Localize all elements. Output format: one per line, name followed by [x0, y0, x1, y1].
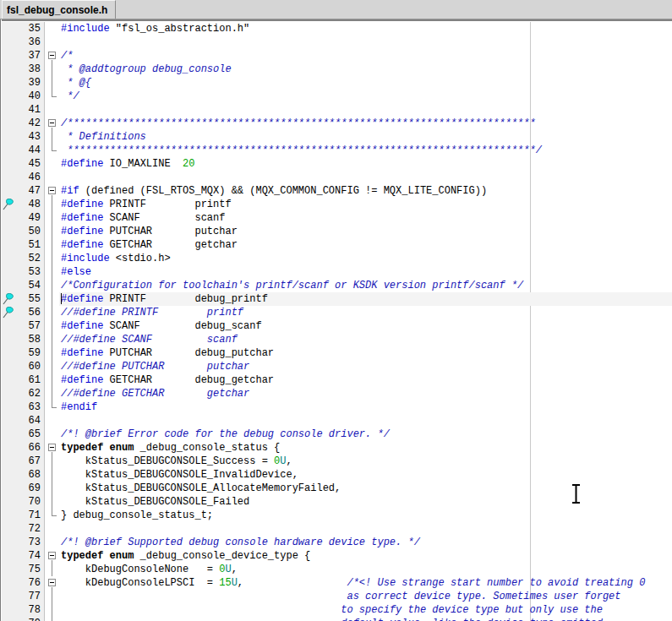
code-line[interactable]: 51#define GETCHAR getchar [2, 238, 672, 252]
code-text[interactable]: ****************************************… [59, 144, 672, 157]
fold-margin[interactable] [45, 549, 59, 563]
fold-margin[interactable] [45, 306, 59, 319]
fold-margin[interactable] [45, 346, 59, 360]
code-line[interactable]: 64 [2, 414, 672, 428]
code-text[interactable]: #define PUTCHAR putchar [59, 225, 672, 238]
breakpoint-margin[interactable] [2, 157, 15, 171]
breakpoint-margin[interactable] [2, 590, 15, 603]
fold-margin[interactable] [45, 617, 59, 621]
fold-margin[interactable] [45, 76, 59, 90]
breakpoint-margin[interactable] [2, 495, 15, 509]
breakpoint-margin[interactable] [2, 279, 15, 292]
code-line[interactable]: 66typedef enum _debug_console_status { [2, 441, 672, 455]
code-line[interactable]: 40 */ [2, 90, 672, 103]
code-text[interactable]: #include "fsl_os_abstraction.h" [59, 22, 672, 35]
fold-margin[interactable] [45, 319, 59, 333]
bookmark-flag-icon[interactable] [3, 307, 14, 319]
fold-margin[interactable] [45, 103, 59, 117]
code-text[interactable]: /*Configuration for toolchain's printf/s… [59, 279, 672, 292]
fold-margin[interactable] [45, 482, 59, 495]
breakpoint-margin[interactable] [2, 238, 15, 252]
breakpoint-margin[interactable] [2, 387, 15, 400]
code-text[interactable]: typedef enum _debug_console_status { [59, 441, 672, 455]
code-text[interactable]: /*! @brief Error code for the debug cons… [59, 428, 672, 441]
code-line[interactable]: 60//#define PUTCHAR putchar [2, 360, 672, 373]
code-text[interactable]: #define SCANF debug_scanf [59, 319, 672, 333]
fold-margin[interactable] [45, 211, 59, 225]
breakpoint-margin[interactable] [2, 117, 15, 130]
code-line[interactable]: 39 * @{ [2, 76, 672, 90]
breakpoint-margin[interactable] [2, 171, 15, 184]
breakpoint-margin[interactable] [2, 549, 15, 563]
code-line[interactable]: 35#include "fsl_os_abstraction.h" [2, 22, 672, 35]
code-line[interactable]: 58//#define SCANF scanf [2, 333, 672, 346]
code-text[interactable]: } debug_console_status_t; [59, 509, 672, 522]
fold-margin[interactable] [45, 536, 59, 549]
code-line[interactable]: 62//#define GETCHAR getchar [2, 387, 672, 400]
code-line[interactable]: 79 default value, like the device type o… [2, 617, 672, 621]
code-line[interactable]: 75 kDebugConsoleNone = 0U, [2, 563, 672, 576]
fold-toggle-icon[interactable] [48, 187, 56, 194]
fold-margin[interactable] [45, 265, 59, 279]
fold-margin[interactable] [45, 603, 59, 617]
fold-margin[interactable] [45, 387, 59, 400]
breakpoint-margin[interactable] [2, 373, 15, 387]
fold-margin[interactable] [45, 117, 59, 130]
code-text[interactable]: /*! @brief Supported debug console hardw… [59, 536, 672, 549]
code-line[interactable]: 74typedef enum _debug_console_device_typ… [2, 549, 672, 563]
code-line[interactable]: 65/*! @brief Error code for the debug co… [2, 428, 672, 441]
code-text[interactable]: //#define SCANF scanf [59, 333, 672, 346]
code-line[interactable]: 71} debug_console_status_t; [2, 509, 672, 522]
fold-margin[interactable] [45, 49, 59, 63]
breakpoint-margin[interactable] [2, 130, 15, 144]
breakpoint-margin[interactable] [2, 198, 15, 211]
code-line[interactable]: 43 * Definitions [2, 130, 672, 144]
fold-margin[interactable] [45, 563, 59, 576]
code-text[interactable]: to specify the device type but only use … [59, 603, 672, 617]
breakpoint-margin[interactable] [2, 455, 15, 468]
code-text[interactable]: #define SCANF scanf [59, 211, 672, 225]
code-text[interactable]: * Definitions [59, 130, 672, 144]
code-text[interactable]: //#define PUTCHAR putchar [59, 360, 672, 373]
fold-margin[interactable] [45, 225, 59, 238]
breakpoint-margin[interactable] [2, 522, 15, 536]
breakpoint-margin[interactable] [2, 346, 15, 360]
breakpoint-margin[interactable] [2, 306, 15, 319]
code-text[interactable] [59, 414, 672, 428]
fold-margin[interactable] [45, 373, 59, 387]
code-line[interactable]: 76 kDebugConsoleLPSCI = 15U, /*<! Use st… [2, 576, 672, 590]
fold-margin[interactable] [45, 468, 59, 482]
code-line[interactable]: 38 * @addtogroup debug_console [2, 63, 672, 76]
fold-margin[interactable] [45, 130, 59, 144]
code-line[interactable]: 48#define PRINTF printf [2, 198, 672, 211]
fold-margin[interactable] [45, 509, 59, 522]
breakpoint-margin[interactable] [2, 103, 15, 117]
bookmark-flag-icon[interactable] [3, 199, 14, 210]
code-line[interactable]: 50#define PUTCHAR putchar [2, 225, 672, 238]
code-text[interactable]: #define GETCHAR debug_getchar [59, 373, 672, 387]
breakpoint-margin[interactable] [2, 414, 15, 428]
code-text[interactable]: kStatus_DEBUGCONSOLE_Success = 0U, [59, 455, 672, 468]
fold-margin[interactable] [45, 400, 59, 414]
breakpoint-margin[interactable] [2, 441, 15, 455]
code-text[interactable]: default value, like the device type omit… [59, 617, 672, 621]
fold-margin[interactable] [45, 238, 59, 252]
code-line[interactable]: 73/*! @brief Supported debug console har… [2, 536, 672, 549]
breakpoint-margin[interactable] [2, 144, 15, 157]
code-line[interactable]: 61#define GETCHAR debug_getchar [2, 373, 672, 387]
code-text[interactable] [59, 522, 672, 536]
code-text[interactable]: kStatus_DEBUGCONSOLE_InvalidDevice, [59, 468, 672, 482]
breakpoint-margin[interactable] [2, 360, 15, 373]
code-line[interactable]: 54/*Configuration for toolchain's printf… [2, 279, 672, 292]
code-editor[interactable]: 35#include "fsl_os_abstraction.h"3637/*3… [2, 19, 672, 621]
fold-margin[interactable] [45, 35, 59, 49]
code-line[interactable]: 36 [2, 35, 672, 49]
code-text[interactable]: as correct device type. Sometimes user f… [59, 590, 672, 603]
code-line[interactable]: 56//#define PRINTF printf [2, 306, 672, 319]
code-line[interactable]: 68 kStatus_DEBUGCONSOLE_InvalidDevice, [2, 468, 672, 482]
code-line[interactable]: 47#if (defined (FSL_RTOS_MQX) && (MQX_CO… [2, 184, 672, 198]
code-text[interactable]: #define PRINTF debug_printf [59, 292, 672, 306]
code-line[interactable]: 72 [2, 522, 672, 536]
code-line[interactable]: 44 *************************************… [2, 144, 672, 157]
code-text[interactable] [59, 35, 672, 49]
